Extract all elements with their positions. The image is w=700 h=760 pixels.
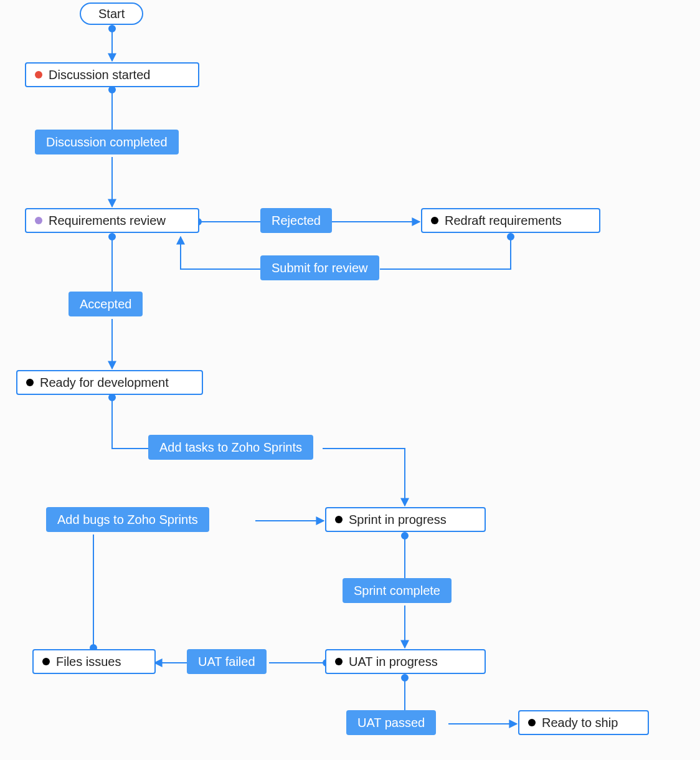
transition-label: Sprint complete (354, 584, 440, 597)
transition-label: UAT passed (357, 716, 425, 729)
status-sprint-in-progress: Sprint in progress (325, 507, 486, 532)
transition-add-bugs-sprints: Add bugs to Zoho Sprints (46, 507, 209, 532)
status-label: Requirements review (49, 214, 166, 227)
svg-point-8 (508, 234, 514, 240)
transition-label: Discussion completed (46, 136, 168, 148)
status-redraft-requirements: Redraft requirements (421, 208, 600, 233)
transition-rejected: Rejected (260, 208, 332, 233)
svg-point-12 (109, 394, 115, 401)
transition-label: Add bugs to Zoho Sprints (57, 513, 198, 526)
status-dot-icon (26, 379, 34, 386)
transition-label: Add tasks to Zoho Sprints (159, 441, 302, 454)
status-label: UAT in progress (349, 655, 438, 668)
transition-label: Rejected (272, 214, 321, 227)
svg-point-3 (109, 87, 115, 93)
start-label: Start (98, 7, 125, 20)
transition-label: UAT failed (198, 655, 255, 668)
status-dot-icon (35, 217, 42, 224)
status-dot-icon (528, 719, 536, 726)
transition-accepted: Accepted (69, 292, 143, 316)
status-discussion-started: Discussion started (25, 62, 199, 87)
svg-point-10 (109, 234, 115, 240)
status-dot-icon (431, 217, 438, 224)
status-label: Sprint in progress (349, 513, 447, 526)
status-label: Files issues (56, 655, 121, 668)
status-label: Redraft requirements (445, 214, 562, 227)
status-label: Ready for development (40, 376, 169, 389)
status-ready-for-development: Ready for development (16, 370, 203, 395)
svg-point-27 (402, 675, 408, 681)
status-dot-icon (335, 658, 343, 665)
status-requirements-review: Requirements review (25, 208, 199, 233)
transition-submit-for-review: Submit for review (260, 255, 379, 280)
transition-label: Accepted (80, 298, 131, 310)
status-dot-icon (335, 516, 343, 523)
transition-uat-passed: UAT passed (346, 710, 436, 735)
svg-point-1 (109, 26, 115, 32)
status-label: Ready to ship (542, 716, 618, 729)
status-dot-icon (42, 658, 50, 665)
transition-add-tasks-sprints: Add tasks to Zoho Sprints (148, 435, 313, 460)
svg-point-14 (402, 533, 408, 539)
transition-uat-failed: UAT failed (187, 649, 267, 674)
status-files-issues: Files issues (32, 649, 156, 674)
status-dot-icon (35, 71, 42, 78)
transition-label: Submit for review (272, 262, 368, 274)
status-uat-in-progress: UAT in progress (325, 649, 486, 674)
status-ready-to-ship: Ready to ship (518, 710, 649, 735)
start-node: Start (80, 2, 143, 25)
status-label: Discussion started (49, 69, 150, 81)
transition-discussion-completed: Discussion completed (35, 130, 179, 154)
workflow-diagram: Start Discussion started Requirements re… (0, 0, 700, 760)
transition-sprint-complete: Sprint complete (343, 578, 452, 603)
